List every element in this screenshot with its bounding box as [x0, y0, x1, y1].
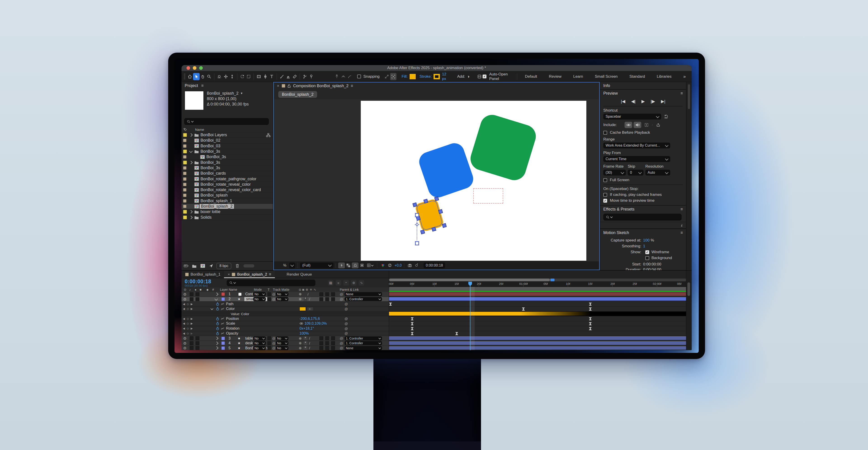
stroke-label[interactable]: Stroke: [420, 74, 432, 79]
color-expression-icon[interactable]: ⟝ [307, 307, 313, 311]
transparency-grid-icon[interactable] [345, 262, 352, 268]
composition-canvas[interactable] [361, 101, 586, 261]
brush-tool[interactable] [279, 73, 285, 80]
stopwatch-icon[interactable] [216, 317, 219, 321]
timeline-tab-render-queue[interactable]: Render Queue [283, 270, 315, 278]
close-window-button[interactable] [186, 66, 190, 70]
timeline-vertical-scrollbar[interactable] [687, 282, 690, 296]
layer-row-desktop[interactable]: ⊙ 4 ★ desktop No @ No ⊕*/ @ [182, 341, 389, 346]
property-pickwhip-icon[interactable]: @ [344, 331, 348, 335]
time-navigator[interactable] [389, 279, 686, 281]
include-overlays-icon[interactable] [643, 122, 650, 128]
roto-brush-tool[interactable] [302, 73, 308, 80]
layer-label-chip[interactable] [221, 292, 225, 296]
collapse-icon[interactable] [189, 149, 193, 153]
parent-dropdown[interactable]: 1. Controller [344, 341, 382, 345]
path-vertex-handle[interactable] [442, 223, 447, 228]
type-tool[interactable] [269, 73, 275, 80]
keyframe-marker[interactable] [411, 322, 414, 325]
title-bar[interactable]: Adobe After Effects 2025 - splash_animat… [182, 65, 692, 71]
motion-blur-toggle-icon[interactable]: ⊕ [351, 280, 356, 286]
track-matte-column-header[interactable]: Track Matte [273, 288, 289, 291]
effects-presets-menu-icon[interactable]: ≡ [680, 207, 683, 212]
project-item-folder[interactable]: BonBoi_3s [182, 149, 273, 154]
effects-search-input[interactable] [603, 214, 682, 221]
dolly-camera-tool[interactable] [229, 73, 235, 80]
preview-panel-title[interactable]: Preview [603, 91, 618, 96]
graph-icon[interactable] [221, 332, 224, 335]
keyframe-marker[interactable] [589, 317, 592, 320]
add-keyframe-icon[interactable]: ◇ [187, 327, 189, 330]
reset-icon[interactable] [664, 115, 668, 119]
project-item-folder[interactable]: boxer lottie [182, 209, 273, 215]
rotation-tool[interactable] [239, 73, 246, 80]
visibility-eye-icon[interactable]: ⊙ [183, 346, 186, 350]
region-of-interest-tool[interactable] [246, 73, 252, 80]
property-row-color[interactable]: ◀◇▶ Color ⟝ @ [182, 307, 389, 312]
property-name[interactable]: Rotation [226, 326, 240, 330]
effects-presets-panel-title[interactable]: Effects & Presets [603, 207, 634, 212]
snap-bounds-icon[interactable] [390, 73, 397, 80]
add-menu-icon[interactable]: ◑ [465, 73, 471, 80]
parent-link-column-header[interactable]: Parent & Link [340, 288, 359, 291]
time-ruler[interactable]: :00f 05f 10f 15f 20f 25f 01:00f 05f 10f … [389, 282, 686, 287]
workspace-default[interactable]: Default [525, 74, 537, 79]
composition-pasteboard[interactable] [274, 99, 599, 261]
work-area-bar[interactable] [389, 287, 686, 290]
property-row-opacity[interactable]: ◀◇▶ Opacity 100% @ [182, 331, 389, 336]
preview-panel-menu-icon[interactable]: ≡ [680, 91, 683, 96]
previous-keyframe-icon[interactable]: ◀ [183, 332, 185, 335]
keyframe-marker[interactable] [522, 308, 525, 311]
color-value-gradient-bar[interactable] [389, 312, 686, 316]
exposure-value[interactable]: +0,0 [395, 263, 402, 267]
layer-label-chip[interactable] [221, 297, 225, 301]
next-keyframe-icon[interactable]: ▶ [191, 322, 193, 325]
range-dropdown[interactable]: Work Area Extended By Current... [603, 142, 670, 149]
expand-layer-icon[interactable] [215, 293, 219, 296]
position-value[interactable]: -200,6,175,6 [300, 317, 320, 321]
property-row-scale[interactable]: ◀◇▶ Scale 109,0,109,0% @ [182, 321, 389, 326]
unlock-icon[interactable] [287, 84, 291, 88]
property-pickwhip-icon[interactable]: @ [344, 327, 348, 330]
draft-3d-icon[interactable]: ≡ [336, 280, 341, 286]
project-list-header[interactable]: Name [182, 127, 273, 132]
layer-label-chip[interactable] [221, 346, 225, 350]
project-item-folder[interactable]: Solids [182, 215, 273, 220]
fill-label[interactable]: Fill: [402, 74, 408, 79]
selected-comp-name[interactable]: BonBoi_splash_2 [207, 91, 239, 96]
expand-layer-icon[interactable] [215, 346, 219, 350]
blending-mode-dropdown[interactable]: No [253, 297, 266, 301]
workspace-learn[interactable]: Learn [573, 74, 583, 79]
zoom-tool[interactable] [206, 73, 212, 80]
project-item-comp[interactable]: BonBoi_3s [182, 165, 273, 171]
blending-mode-dropdown[interactable]: No [253, 292, 266, 296]
next-keyframe-icon[interactable]: ▶ [191, 307, 193, 311]
grid-guides-icon[interactable] [365, 262, 375, 268]
project-item-folder[interactable]: BonBoi Layers [182, 132, 273, 138]
toolbar-grip[interactable] [184, 74, 185, 79]
parent-pickwhip-icon[interactable]: @ [340, 346, 343, 350]
motion-path-start-handle[interactable] [415, 213, 419, 217]
keyframe-marker[interactable] [589, 327, 592, 330]
smartphone-layer-bar[interactable] [389, 297, 686, 301]
add-keyframe-icon[interactable]: ◇ [187, 322, 189, 325]
share-icon[interactable] [209, 264, 213, 268]
stroke-width-value[interactable]: 12 px [442, 72, 451, 81]
property-name[interactable]: Position [226, 317, 239, 321]
zoom-dropdown[interactable] [289, 262, 295, 268]
parent-dropdown[interactable]: None [344, 292, 382, 296]
add-keyframe-icon[interactable]: ◇ [187, 307, 189, 311]
stopwatch-icon[interactable] [216, 322, 219, 325]
first-frame-button[interactable]: |◀ [621, 99, 625, 104]
channels-icon[interactable] [379, 262, 386, 268]
close-tab-icon[interactable]: × [228, 272, 230, 277]
visibility-eye-icon[interactable]: ⊙ [183, 336, 186, 341]
workspace-review[interactable]: Review [549, 74, 561, 79]
current-timecode[interactable]: 0:00:00:18 [185, 279, 211, 285]
expand-layer-icon[interactable] [215, 341, 219, 345]
playhead-line[interactable] [470, 282, 470, 350]
layer-label-chip[interactable] [221, 341, 225, 345]
mask-anchor-icon[interactable] [334, 73, 340, 80]
workspace-libraries[interactable]: Libraries [657, 74, 672, 79]
layer-row-smartphone[interactable]: ⊙ 2 ★ smartphone No @ No ⊕*/ [182, 297, 389, 302]
